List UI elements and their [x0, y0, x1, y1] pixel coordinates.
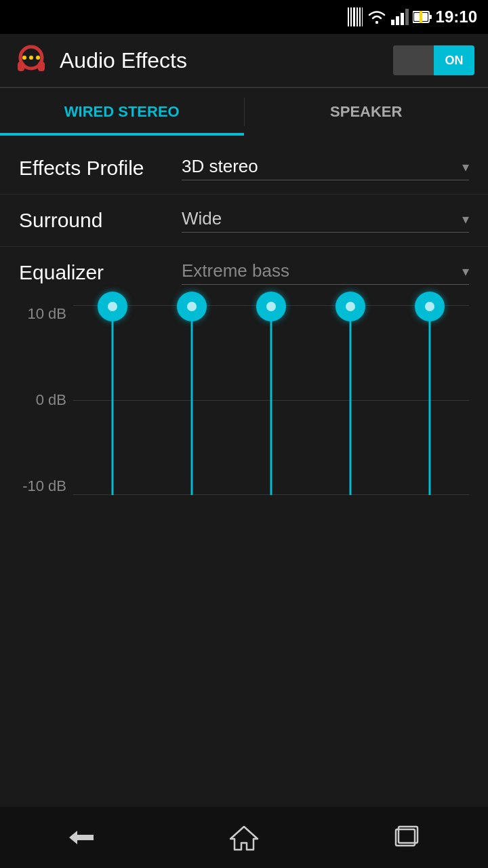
eq-track-5	[428, 305, 430, 495]
svg-point-6	[375, 21, 378, 24]
navigation-bar	[0, 807, 488, 868]
svg-rect-16	[18, 62, 24, 71]
signal-icon	[391, 9, 409, 25]
eq-db-labels: 10 dB 0 dB -10 dB	[19, 292, 73, 509]
tab-wired-stereo[interactable]: WIRED STEREO	[0, 88, 244, 136]
eq-db-label-mid: 0 dB	[19, 391, 73, 409]
effects-profile-value: 3D stereo	[182, 156, 258, 177]
headphones-icon	[14, 43, 49, 78]
svg-rect-5	[362, 7, 363, 26]
eq-slider-1[interactable]	[73, 292, 152, 509]
power-toggle[interactable]: ON	[393, 45, 474, 75]
eq-handle-3[interactable]	[256, 292, 286, 321]
svg-rect-12	[429, 15, 432, 19]
svg-rect-8	[396, 16, 399, 25]
eq-slider-5[interactable]	[390, 292, 469, 509]
svg-rect-10	[405, 9, 409, 25]
eq-handle-5[interactable]	[415, 292, 445, 321]
app-title: Audio Effects	[60, 48, 393, 73]
svg-rect-14	[420, 11, 422, 23]
barcode-icon	[348, 7, 363, 26]
eq-slider-3[interactable]	[232, 292, 311, 509]
effects-profile-value-container: 3D stereo ▾	[182, 156, 469, 180]
eq-slider-4[interactable]	[310, 292, 390, 509]
wifi-icon	[367, 9, 387, 25]
eq-handle-2[interactable]	[177, 292, 207, 321]
eq-db-label-top: 10 dB	[19, 305, 73, 323]
recents-icon	[392, 824, 422, 851]
svg-point-19	[29, 56, 33, 60]
back-button[interactable]	[47, 817, 115, 858]
equalizer-title: Equalizer	[19, 261, 182, 284]
app-header: Audio Effects ON	[0, 34, 488, 88]
eq-track-4	[349, 305, 351, 495]
eq-sliders	[73, 292, 469, 509]
eq-handle-1[interactable]	[98, 292, 127, 321]
equalizer-value-container[interactable]: Extreme bass ▾	[182, 260, 469, 285]
svg-rect-2	[353, 7, 355, 26]
home-button[interactable]	[210, 817, 278, 858]
toggle-off-side	[393, 45, 434, 75]
svg-rect-7	[391, 20, 394, 25]
surround-value-container: Wide ▾	[182, 208, 469, 233]
equalizer-value: Extreme bass	[182, 260, 289, 281]
eq-track-1	[112, 305, 114, 495]
equalizer-arrow: ▾	[462, 263, 469, 279]
status-icons: 19:10	[348, 7, 477, 26]
status-bar: 19:10	[0, 0, 488, 34]
status-time: 19:10	[436, 7, 477, 26]
eq-sliders-area	[73, 292, 469, 509]
svg-point-20	[36, 56, 40, 60]
battery-icon	[413, 9, 432, 24]
surround-value: Wide	[182, 208, 222, 229]
surround-label: Surround	[19, 209, 182, 232]
effects-profile-label: Effects Profile	[19, 157, 182, 180]
eq-track-3	[270, 305, 272, 495]
surround-arrow: ▾	[462, 211, 469, 227]
tab-speaker[interactable]: SPEAKER	[245, 88, 489, 136]
eq-db-label-bot: -10 dB	[19, 477, 73, 495]
eq-slider-2[interactable]	[152, 292, 232, 509]
surround-row[interactable]: Surround Wide ▾	[0, 195, 488, 247]
svg-rect-9	[401, 13, 404, 25]
recents-button[interactable]	[373, 817, 441, 858]
content-area: Effects Profile 3D stereo ▾ Surround Wid…	[0, 136, 488, 515]
home-icon	[229, 824, 259, 851]
effects-profile-arrow: ▾	[462, 159, 469, 175]
effects-profile-row[interactable]: Effects Profile 3D stereo ▾	[0, 142, 488, 195]
eq-track-2	[191, 305, 193, 495]
svg-rect-17	[38, 62, 45, 71]
equalizer-section: Equalizer Extreme bass ▾ 10 dB 0 dB -10 …	[0, 247, 488, 509]
equalizer-graph: 10 dB 0 dB -10 dB	[19, 292, 469, 509]
eq-handle-4[interactable]	[336, 292, 365, 321]
back-icon	[64, 825, 99, 850]
svg-rect-3	[357, 7, 358, 26]
svg-point-18	[22, 56, 26, 60]
svg-rect-1	[350, 7, 352, 26]
svg-rect-4	[359, 7, 361, 26]
equalizer-label-row: Equalizer Extreme bass ▾	[19, 260, 469, 285]
tabs-container: WIRED STEREO SPEAKER	[0, 88, 488, 136]
svg-rect-0	[348, 7, 349, 26]
toggle-on-side: ON	[434, 45, 474, 75]
